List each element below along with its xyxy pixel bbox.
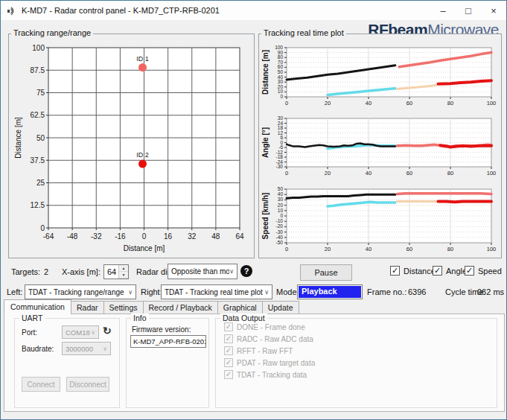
left-plot-value: TDAT - Tracking range/range: [28, 288, 124, 296]
radar-direction-value: Opposite than monito: [171, 267, 229, 276]
svg-text:0: 0: [280, 94, 283, 99]
svg-text:-16: -16: [115, 232, 126, 241]
svg-text:20: 20: [325, 246, 331, 252]
svg-text:32: 32: [188, 232, 197, 241]
svg-text:12: 12: [278, 130, 284, 136]
svg-text:Distance [m]: Distance [m]: [14, 117, 22, 159]
svg-text:6: 6: [280, 135, 283, 140]
svg-text:20: 20: [278, 84, 284, 89]
svg-text:60: 60: [406, 100, 412, 106]
firmware-version-label: Firmware version:: [132, 325, 191, 334]
svg-text:Distance [m]: Distance [m]: [124, 244, 165, 252]
tab-settings[interactable]: Settings: [103, 301, 144, 314]
svg-text:60: 60: [406, 246, 412, 252]
svg-text:-40: -40: [276, 235, 284, 240]
close-button[interactable]: ×: [481, 1, 506, 20]
tracking-range-panel: 012.52537.55062.57587.5100-64-48-32-1601…: [8, 34, 255, 258]
tab-radar[interactable]: Radar: [71, 301, 104, 314]
svg-text:50: 50: [278, 186, 284, 191]
cycle-time-value: 062 ms: [477, 287, 504, 296]
realtime-plot-title: Tracking real time plot: [261, 28, 346, 37]
frame-no-label: Frame no.:: [367, 287, 406, 296]
minimize-button[interactable]: –: [430, 1, 456, 20]
connect-button: Connect: [22, 377, 60, 392]
svg-text:ID 1: ID 1: [136, 55, 149, 63]
pdat-checkbox-label: PDAT - Raw target data: [237, 359, 315, 367]
port-select: COM18 ∨: [62, 325, 99, 339]
svg-text:70: 70: [278, 60, 284, 65]
right-plot-value: TDAT - Tracking real time plot: [165, 288, 263, 296]
angle-checkbox-label: Angle: [446, 267, 467, 276]
radc-checkbox: ✓ RADC - Raw ADC data: [224, 334, 313, 343]
targets-label: Targets:: [11, 267, 40, 276]
speed-checkbox-box[interactable]: ✓: [465, 266, 474, 276]
tab-update[interactable]: Update: [262, 301, 299, 314]
xaxis-spinner[interactable]: 64 ▲ ▼: [103, 264, 129, 279]
angle-checkbox[interactable]: ✓ Angle: [433, 266, 467, 276]
svg-text:40: 40: [366, 100, 372, 106]
svg-text:50: 50: [278, 69, 284, 74]
svg-text:60: 60: [406, 170, 412, 176]
tab-communication[interactable]: Communication: [4, 299, 71, 314]
svg-text:100: 100: [275, 45, 283, 50]
data-output-group-title: Data Output: [220, 314, 267, 322]
xaxis-label: X-axis [m]:: [62, 267, 101, 276]
distance-checkbox-box[interactable]: ✓: [390, 266, 400, 276]
tab-strip: Communication Radar Settings Record / Pl…: [4, 301, 299, 314]
mode-field[interactable]: Playback: [297, 284, 363, 299]
right-plot-label: Right:: [141, 287, 162, 296]
svg-text:25: 25: [36, 179, 45, 187]
speed-plot: -50-40-30-20-1001020304050020406080100Sp…: [261, 183, 500, 256]
port-value: COM18: [66, 328, 90, 337]
speed-checkbox[interactable]: ✓ Speed: [465, 266, 502, 276]
left-plot-select[interactable]: TDAT - Tracking range/range ∨: [25, 284, 136, 299]
radar-direction-select[interactable]: Opposite than monito ∨: [168, 264, 237, 279]
disconnect-button: Disconnect: [66, 377, 109, 392]
tdat-checkbox-box: ✓: [224, 370, 233, 379]
svg-text:75: 75: [36, 89, 45, 97]
left-plot-label: Left:: [7, 287, 22, 296]
targets-value: 2: [44, 267, 48, 276]
spin-up-icon[interactable]: ▲: [119, 265, 128, 272]
svg-text:20: 20: [325, 170, 331, 176]
svg-text:-64: -64: [43, 232, 54, 241]
app-radar-icon: [7, 5, 17, 16]
tdat-checkbox-label: TDAT - Tracking data: [237, 371, 307, 379]
mode-value: Playback: [299, 286, 361, 298]
svg-text:100: 100: [487, 100, 497, 106]
baudrate-label: Baudrate:: [22, 345, 54, 353]
chevron-down-icon: ∨: [264, 289, 272, 296]
chevron-down-icon: ∨: [91, 329, 98, 336]
pause-button[interactable]: Pause: [300, 264, 352, 281]
svg-text:20: 20: [278, 203, 284, 208]
firmware-version-field[interactable]: K-MD7_APP-RFB-0201: [130, 335, 206, 348]
firmware-version-value: K-MD7_APP-RFB-0201: [133, 337, 206, 346]
maximize-button[interactable]: □: [456, 1, 481, 20]
svg-text:-32: -32: [91, 232, 102, 241]
svg-text:40: 40: [366, 170, 372, 176]
tab-record-playback[interactable]: Record / Playback: [143, 301, 218, 314]
chevron-down-icon: ∨: [103, 346, 110, 352]
svg-text:80: 80: [447, 100, 453, 106]
speed-checkbox-label: Speed: [478, 267, 502, 276]
tab-graphical[interactable]: Graphical: [217, 301, 263, 314]
xaxis-value[interactable]: 64: [104, 265, 118, 279]
baudrate-value: 3000000: [66, 345, 93, 353]
svg-text:-18: -18: [276, 154, 284, 159]
help-button[interactable]: ?: [240, 265, 252, 277]
distance-checkbox[interactable]: ✓ Distance: [390, 266, 436, 276]
svg-text:80: 80: [447, 246, 453, 252]
refresh-ports-icon[interactable]: ↻: [103, 325, 112, 337]
svg-text:18: 18: [278, 125, 284, 130]
svg-text:40: 40: [278, 191, 284, 197]
angle-checkbox-box[interactable]: ✓: [433, 266, 442, 276]
realtime-plot-panel: 0102030405060708090100020406080100Distan…: [258, 34, 502, 258]
spin-down-icon[interactable]: ▼: [119, 272, 128, 279]
svg-text:-24: -24: [276, 159, 284, 165]
distance-plot: 0102030405060708090100020406080100Distan…: [261, 40, 500, 110]
right-plot-select[interactable]: TDAT - Tracking real time plot ∨: [161, 284, 272, 299]
svg-text:0: 0: [280, 213, 283, 218]
svg-text:16: 16: [164, 232, 173, 241]
svg-text:0: 0: [280, 140, 283, 145]
frame-no-value: 6396: [408, 287, 426, 296]
